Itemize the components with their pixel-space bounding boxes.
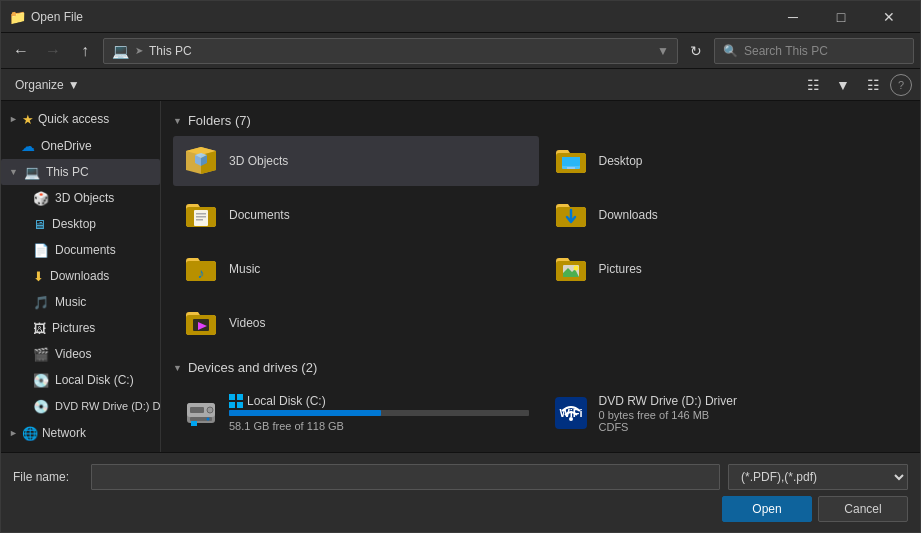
sidebar-item-videos[interactable]: 🎬 Videos — [1, 341, 160, 367]
folder-music-icon: ♪ — [183, 251, 219, 287]
file-name-row: File name: (*.PDF),(*.pdf) All Files (*.… — [13, 464, 908, 490]
search-bar[interactable]: 🔍 Search This PC — [714, 38, 914, 64]
documents-icon: 📄 — [33, 243, 49, 258]
main-area: ► ★ Quick access ☁ OneDrive ▼ 💻 This PC … — [1, 101, 920, 452]
maximize-button[interactable]: □ — [818, 1, 864, 33]
organize-button[interactable]: Organize ▼ — [9, 75, 86, 95]
title-bar: 📁 Open File ─ □ ✕ — [1, 1, 920, 33]
sidebar-item-local-disk[interactable]: 💽 Local Disk (C:) — [1, 367, 160, 393]
svg-rect-7 — [196, 213, 206, 215]
minimize-button[interactable]: ─ — [770, 1, 816, 33]
cancel-button[interactable]: Cancel — [818, 496, 908, 522]
svg-rect-25 — [229, 402, 235, 408]
address-dropdown-button[interactable]: ▼ — [657, 44, 669, 58]
downloads-icon: ⬇ — [33, 269, 44, 284]
drives-section-title: Devices and drives (2) — [188, 360, 317, 375]
folder-3d-icon — [183, 143, 219, 179]
folder-name: Pictures — [599, 262, 642, 276]
file-name-input[interactable] — [91, 464, 720, 490]
folder-item-pictures[interactable]: Pictures — [543, 244, 909, 294]
sidebar-item-dvd-drive[interactable]: 💿 DVD RW Drive (D:) D — [1, 393, 160, 419]
organize-label: Organize — [15, 78, 64, 92]
folder-item-videos[interactable]: Videos — [173, 298, 539, 348]
address-pc-icon: 💻 — [112, 43, 129, 59]
drive-item-local-disk[interactable]: Local Disk (C:) 58.1 GB free of 118 GB — [173, 383, 539, 443]
pictures-icon: 🖼 — [33, 321, 46, 336]
videos-icon: 🎬 — [33, 347, 49, 362]
close-button[interactable]: ✕ — [866, 1, 912, 33]
svg-rect-5 — [567, 167, 575, 169]
window-controls: ─ □ ✕ — [770, 1, 912, 33]
search-placeholder: Search This PC — [744, 44, 828, 58]
sidebar-item-label: This PC — [46, 165, 89, 179]
folders-section-title: Folders (7) — [188, 113, 251, 128]
view-dropdown-button[interactable]: ▼ — [830, 72, 856, 98]
dvd-drive-label: CDFS — [599, 421, 899, 433]
folder-item-3d-objects[interactable]: 3D Objects — [173, 136, 539, 186]
sidebar-item-music[interactable]: 🎵 Music — [1, 289, 160, 315]
address-bar[interactable]: 💻 ➤ This PC ▼ — [103, 38, 678, 64]
folder-documents-icon — [183, 197, 219, 233]
sidebar-item-network[interactable]: ► 🌐 Network — [1, 419, 160, 447]
folder-item-documents[interactable]: Documents — [173, 190, 539, 240]
sidebar-item-onedrive[interactable]: ☁ OneDrive — [1, 133, 160, 159]
sidebar-item-label: Network — [42, 426, 86, 440]
quick-access-chevron-icon: ► — [9, 114, 18, 124]
folder-item-music[interactable]: ♪ Music — [173, 244, 539, 294]
local-disk-info: Local Disk (C:) 58.1 GB free of 118 GB — [229, 394, 529, 433]
folders-chevron-icon[interactable]: ▼ — [173, 116, 182, 126]
organize-chevron-icon: ▼ — [68, 78, 80, 92]
sidebar-item-label: Music — [55, 295, 86, 309]
view-options-button[interactable]: ☷ — [800, 72, 826, 98]
3d-objects-icon: 🎲 — [33, 191, 49, 206]
sidebar-item-desktop[interactable]: 🖥 Desktop — [1, 211, 160, 237]
search-icon: 🔍 — [723, 44, 738, 58]
help-button[interactable]: ? — [890, 74, 912, 96]
up-button[interactable]: ↑ — [71, 37, 99, 65]
svg-rect-8 — [196, 216, 206, 218]
folder-item-desktop[interactable]: Desktop — [543, 136, 909, 186]
windows-icon — [229, 394, 243, 408]
folder-videos-icon — [183, 305, 219, 341]
folder-name: Videos — [229, 316, 265, 330]
quick-access-icon: ★ — [22, 112, 34, 127]
window-title: Open File — [31, 10, 770, 24]
svg-rect-6 — [194, 210, 208, 226]
drive-item-dvd[interactable]: WiFi DVD RW Drive (D:) Driver 0 bytes fr… — [543, 383, 909, 443]
bottom-bar: File name: (*.PDF),(*.pdf) All Files (*.… — [1, 452, 920, 532]
back-button[interactable]: ← — [7, 37, 35, 65]
this-pc-chevron-icon: ▼ — [9, 167, 18, 177]
layout-toggle-button[interactable]: ☷ — [860, 72, 886, 98]
sidebar-item-label: Documents — [55, 243, 116, 257]
address-chevron: ➤ — [135, 45, 143, 56]
address-path: This PC — [149, 44, 192, 58]
svg-rect-26 — [237, 402, 243, 408]
sidebar-item-label: DVD RW Drive (D:) D — [55, 400, 161, 412]
refresh-button[interactable]: ↻ — [682, 37, 710, 65]
drives-chevron-icon[interactable]: ▼ — [173, 363, 182, 373]
folder-pictures-icon — [553, 251, 589, 287]
sidebar-item-label: Downloads — [50, 269, 109, 283]
sidebar-item-3d-objects[interactable]: 🎲 3D Objects — [1, 185, 160, 211]
command-bar: Organize ▼ ☷ ▼ ☷ ? — [1, 69, 920, 101]
window-icon: 📁 — [9, 9, 25, 25]
folder-downloads-icon — [553, 197, 589, 233]
dvd-icon: WiFi — [553, 395, 589, 431]
sidebar-item-documents[interactable]: 📄 Documents — [1, 237, 160, 263]
svg-rect-4 — [562, 157, 580, 166]
file-type-select[interactable]: (*.PDF),(*.pdf) All Files (*.*) — [728, 464, 908, 490]
folder-name: Documents — [229, 208, 290, 222]
button-row: Open Cancel — [13, 496, 908, 522]
forward-button[interactable]: → — [39, 37, 67, 65]
sidebar-item-quick-access[interactable]: ► ★ Quick access — [1, 105, 160, 133]
sidebar-item-label: Quick access — [38, 112, 109, 126]
folder-name: Downloads — [599, 208, 658, 222]
svg-rect-19 — [190, 407, 204, 413]
sidebar-item-downloads[interactable]: ⬇ Downloads — [1, 263, 160, 289]
folder-item-downloads[interactable]: Downloads — [543, 190, 909, 240]
sidebar-item-label: Videos — [55, 347, 91, 361]
open-button[interactable]: Open — [722, 496, 812, 522]
sidebar-item-this-pc[interactable]: ▼ 💻 This PC — [1, 159, 160, 185]
sidebar-item-pictures[interactable]: 🖼 Pictures — [1, 315, 160, 341]
svg-rect-24 — [237, 394, 243, 400]
